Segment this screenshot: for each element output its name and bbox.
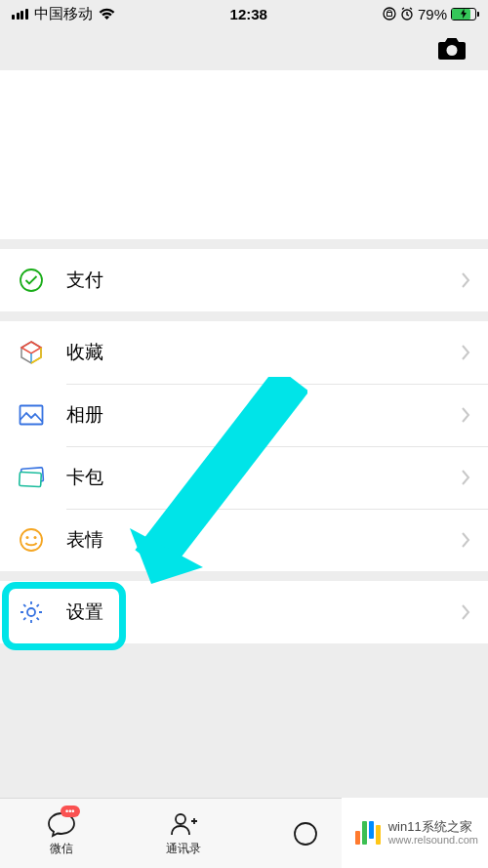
watermark-url: www.relsound.com [388, 834, 478, 847]
camera-icon[interactable] [437, 36, 467, 62]
menu-label: 卡包 [66, 465, 461, 490]
alarm-icon [400, 7, 414, 21]
tab-contacts[interactable]: 通讯录 [122, 799, 244, 868]
profile-header[interactable] [0, 70, 488, 239]
section-pay: 支付 [0, 249, 488, 311]
svg-point-3 [20, 269, 42, 291]
menu-label: 支付 [66, 268, 461, 293]
svg-point-9 [34, 536, 37, 539]
contacts-icon [169, 810, 198, 838]
svg-point-11 [176, 814, 185, 824]
chevron-right-icon [461, 603, 470, 621]
carrier-label: 中国移动 [34, 5, 93, 23]
svg-rect-6 [20, 472, 42, 486]
menu-label: 相册 [66, 402, 461, 428]
menu-item-sticker[interactable]: 表情 [0, 509, 488, 571]
menu-label: 设置 [66, 599, 461, 625]
chevron-right-icon [461, 469, 470, 486]
watermark-title: win11系统之家 [388, 819, 478, 835]
menu-label: 收藏 [66, 340, 461, 365]
orientation-lock-icon [383, 7, 396, 21]
unread-badge: ••• [61, 806, 79, 817]
album-icon [18, 401, 45, 429]
watermark-logo-icon [355, 821, 381, 845]
chevron-right-icon [461, 271, 470, 289]
status-bar: 中国移动 12:38 79% [0, 0, 488, 27]
wifi-icon [99, 8, 115, 21]
gear-icon [18, 599, 45, 626]
favorites-icon [18, 339, 45, 366]
battery-icon [451, 8, 476, 21]
menu-item-cards[interactable]: 卡包 [0, 446, 488, 509]
section-general: 收藏 相册 卡包 表情 [0, 321, 488, 571]
battery-percent: 79% [418, 6, 447, 22]
menu-item-favorites[interactable]: 收藏 [0, 321, 488, 384]
tab-chats[interactable]: ••• 微信 [0, 799, 122, 868]
header-actions [0, 27, 488, 70]
svg-point-0 [384, 8, 395, 20]
clock: 12:38 [230, 6, 267, 22]
menu-label: 表情 [66, 527, 461, 553]
menu-item-pay[interactable]: 支付 [0, 249, 488, 311]
chevron-right-icon [461, 344, 470, 361]
menu-item-settings[interactable]: 设置 [0, 581, 488, 643]
chevron-right-icon [461, 531, 470, 549]
svg-point-7 [20, 529, 42, 551]
tab-label: 微信 [50, 841, 73, 857]
watermark: win11系统之家 www.relsound.com [342, 798, 488, 868]
svg-point-2 [447, 45, 458, 56]
emoji-icon [18, 526, 45, 554]
tab-label: 通讯录 [166, 841, 201, 857]
section-settings: 设置 [0, 581, 488, 643]
svg-point-12 [295, 823, 316, 845]
chevron-right-icon [461, 406, 470, 424]
menu-item-album[interactable]: 相册 [0, 384, 488, 446]
svg-point-8 [26, 536, 29, 539]
svg-point-10 [27, 608, 35, 616]
cards-icon [18, 464, 45, 491]
discover-icon [291, 820, 320, 847]
signal-icon [12, 9, 28, 20]
pay-icon [18, 267, 45, 294]
